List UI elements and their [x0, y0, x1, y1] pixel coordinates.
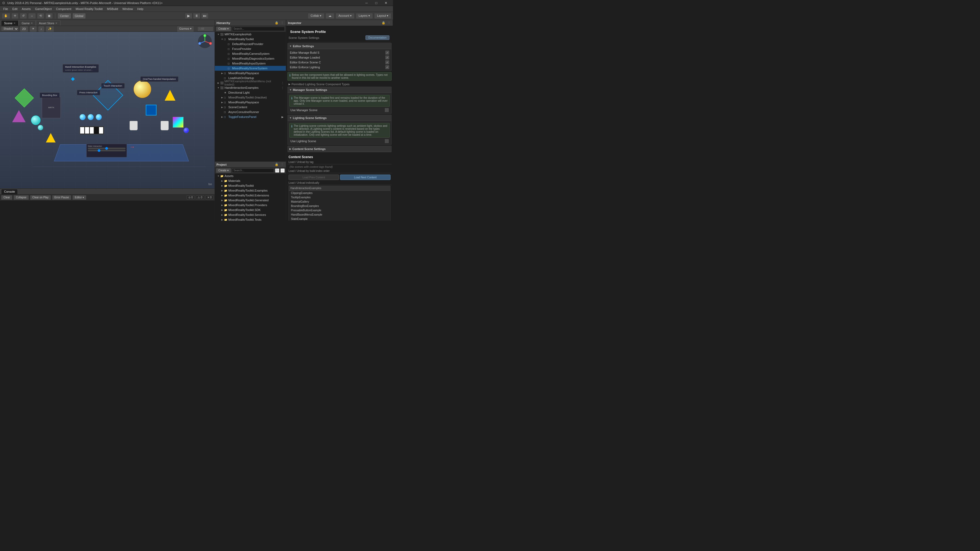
gizmos-button[interactable]: Gizmos ▾: [177, 26, 194, 32]
hierarchy-item-menu[interactable]: ⋮: [280, 81, 285, 85]
project-item-mrte[interactable]: ▶ 📁 MixedRealityToolkit.Examples: [215, 188, 286, 193]
project-item-mrt[interactable]: ▶ 📁 MixedRealityToolkit: [215, 183, 286, 188]
tab-asset-store-close[interactable]: ✕: [55, 22, 57, 25]
menu-assets[interactable]: Assets: [20, 7, 33, 11]
menu-component[interactable]: Component: [54, 7, 73, 11]
scene-list-item-handbased[interactable]: HandBasedMenuExample: [289, 212, 390, 217]
hierarchy-create-button[interactable]: Create ▾: [216, 27, 231, 31]
menu-file[interactable]: File: [1, 7, 10, 11]
step-button[interactable]: ⏭: [201, 13, 208, 19]
scale-tool-button[interactable]: ↔: [28, 13, 36, 19]
hierarchy-item-mrss[interactable]: □ MixedRealitySceneSystem: [215, 66, 286, 71]
effects-button[interactable]: ✨: [46, 26, 54, 32]
menu-edit[interactable]: Edit: [10, 7, 20, 11]
global-button[interactable]: Global: [72, 13, 86, 19]
hierarchy-item-acr[interactable]: □ AsyncCoroutineRunner: [215, 110, 286, 114]
hierarchy-item-fp[interactable]: □ FocusProvider: [215, 46, 286, 51]
menu-gameobject[interactable]: GameObject: [33, 7, 54, 11]
scene-search[interactable]: [197, 27, 213, 31]
project-item-assets[interactable]: ▼ 📁 Assets: [215, 173, 286, 178]
load-prev-content-button[interactable]: Load Prev Content: [288, 175, 339, 180]
hierarchy-item-mds[interactable]: □ MixedRealityDiagnosticsSystem: [215, 56, 286, 61]
inspector-menu-icon[interactable]: ⋮: [387, 21, 391, 25]
project-item-mrtex[interactable]: ▶ 📁 MixedRealityToolkit.Extensions: [215, 193, 286, 198]
hierarchy-item-mmenu[interactable]: ▶ ⬛ MRTKExamplesHubMainMenu (not loaded)…: [215, 80, 286, 85]
scene-list-item-clipping[interactable]: ClippingExamples: [289, 191, 390, 195]
project-create-button[interactable]: Create ▾: [216, 168, 231, 173]
scene-list-item-material[interactable]: MaterialGallery: [289, 199, 390, 204]
console-editor-button[interactable]: Editor ▾: [72, 195, 86, 200]
maximize-button[interactable]: □: [371, 0, 381, 6]
hierarchy-item-mrtkhub[interactable]: ▼ ⬛ MRTKExamplesHub: [215, 32, 286, 37]
tab-game[interactable]: Game ✕: [19, 20, 36, 25]
hierarchy-item-mrti[interactable]: ▶ □ MixedRealityToolkit (Inactive): [215, 95, 286, 100]
move-tool-button[interactable]: ✛: [11, 13, 19, 19]
account-button[interactable]: Account ▾: [336, 13, 355, 19]
editor-settings-header[interactable]: ▼ Editor Settings: [288, 43, 391, 49]
hierarchy-item-mis[interactable]: □ MixedRealityInputSystem: [215, 61, 286, 66]
play-button[interactable]: ▶: [185, 13, 192, 19]
inspector-lock-icon[interactable]: 🔒: [381, 21, 386, 25]
project-item-mrtg[interactable]: ▶ 📁 MixedRealityToolkit.Generated: [215, 198, 286, 203]
setting-check-lighting[interactable]: [385, 65, 389, 69]
hierarchy-item-drp[interactable]: □ DefaultRaycastProvider: [215, 41, 286, 46]
setting-check-build[interactable]: [385, 51, 389, 54]
console-clear-button[interactable]: Clear: [1, 195, 13, 200]
hierarchy-item-mcs[interactable]: □ MixedRealityCameraSystem: [215, 51, 286, 56]
shaded-select[interactable]: Shaded: [1, 27, 19, 31]
project-item-materials[interactable]: ▶ 📁 Materials: [215, 178, 286, 183]
collab-button[interactable]: Collab ▾: [308, 13, 325, 19]
tab-game-close[interactable]: ✕: [31, 22, 33, 25]
minimize-button[interactable]: ─: [362, 0, 371, 6]
hierarchy-item-mrt[interactable]: ▼ □ MixedRealityToolkit: [215, 37, 286, 41]
tab-scene-close[interactable]: ✕: [13, 22, 16, 25]
hierarchy-item-dl[interactable]: ☀ Directional Light: [215, 90, 286, 95]
2d-button[interactable]: 2D: [20, 26, 28, 32]
transform-tool-button[interactable]: ▣: [45, 13, 53, 19]
project-refresh-icon[interactable]: ↻: [275, 168, 279, 173]
tab-scene[interactable]: Scene ✕: [1, 20, 19, 25]
menu-mrtk[interactable]: Mixed Reality Toolkit: [73, 7, 105, 11]
documentation-button[interactable]: Documentation: [366, 35, 390, 40]
console-clear-on-play-button[interactable]: Clear on Play: [30, 195, 51, 200]
scene-list-item-slate[interactable]: SlateExample: [289, 217, 390, 221]
hierarchy-item-mrps[interactable]: ▶ □ MixedRealityPlayspace: [215, 71, 286, 76]
lights-button[interactable]: ☀: [29, 26, 37, 32]
use-lighting-check[interactable]: [385, 139, 389, 143]
project-lock-icon[interactable]: 🔒: [275, 162, 279, 167]
rect-tool-button[interactable]: ⟲: [37, 13, 44, 19]
project-menu-icon[interactable]: ⋮: [280, 162, 284, 167]
project-item-mrtsv[interactable]: ▶ 📁 MixedRealityToolkit.Services: [215, 212, 286, 217]
hierarchy-item-menu3[interactable]: ▶: [280, 115, 285, 119]
lighting-scene-header[interactable]: ▼ Lighting Scene Settings: [288, 115, 391, 121]
project-item-mrts[interactable]: ▶ 📁 MixedRealityToolkit.SDK: [215, 208, 286, 212]
project-search[interactable]: [232, 168, 274, 173]
console-error-pause-button[interactable]: Error Pause: [52, 195, 71, 200]
setting-check-scene[interactable]: [385, 60, 389, 64]
console-collapse-button[interactable]: Collapse: [13, 195, 29, 200]
menu-msbuild[interactable]: MSBuild: [105, 7, 120, 11]
hierarchy-item-menu2[interactable]: ⋮: [280, 86, 285, 90]
layers-button[interactable]: Layers ▾: [356, 13, 373, 19]
center-button[interactable]: Center: [57, 13, 71, 19]
hierarchy-item-mrp2[interactable]: ▶ □ MixedRealityPlayspace: [215, 100, 286, 105]
load-next-content-button[interactable]: Load Next Content: [340, 175, 391, 180]
close-button[interactable]: ✕: [381, 0, 391, 6]
use-manager-check[interactable]: [385, 108, 389, 112]
project-content[interactable]: ▼ 📁 Assets ▶ 📁 Materials ▶ 📁 MixedRealit…: [215, 173, 286, 221]
inspector-content[interactable]: Scene System Profile Scene System Settin…: [286, 26, 393, 221]
pause-button[interactable]: ⏸: [193, 13, 200, 19]
scene-view[interactable]: MRTK: [0, 32, 215, 188]
manager-scene-header[interactable]: ▼ Manager Scene Settings: [288, 87, 391, 93]
hand-tool-button[interactable]: ✋: [2, 13, 10, 19]
menu-window[interactable]: Window: [120, 7, 135, 11]
setting-check-loaded[interactable]: [385, 56, 389, 59]
hierarchy-menu-icon[interactable]: ⋮: [280, 21, 284, 25]
tab-asset-store[interactable]: Asset Store ✕: [36, 20, 60, 25]
permitted-types-row[interactable]: ▶ Permitted Lighting Scene Component Typ…: [288, 82, 391, 87]
menu-help[interactable]: Help: [135, 7, 146, 11]
layout-button[interactable]: Layout ▾: [374, 13, 391, 19]
hierarchy-search[interactable]: [232, 27, 285, 31]
scene-list-item-bbox[interactable]: BoundingBoxExamples: [289, 204, 390, 208]
rotate-tool-button[interactable]: ↺: [20, 13, 27, 19]
